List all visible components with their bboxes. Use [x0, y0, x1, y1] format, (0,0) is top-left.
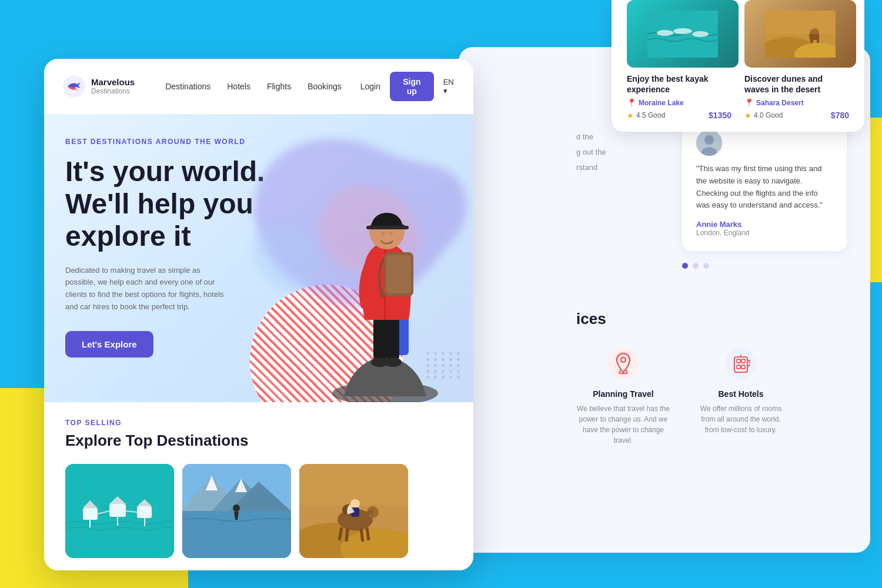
- top-dest-location-kayak: 📍 Moraine Lake: [627, 98, 731, 107]
- carousel-dot-1[interactable]: [682, 263, 688, 269]
- logo: Marvelous Destinations: [63, 75, 135, 98]
- svg-point-1: [704, 135, 714, 145]
- avatar: [696, 130, 722, 156]
- hero-description: Dedicated to making travel as simple as …: [65, 265, 230, 313]
- testimonial-card: "This was my first time using this and t…: [682, 116, 847, 251]
- price-sahara: $780: [831, 111, 849, 120]
- testimonial-name: Annie Marks: [696, 220, 833, 229]
- svg-rect-27: [386, 255, 411, 293]
- top-selling-title: Explore Top Destinations: [65, 432, 452, 450]
- svg-rect-37: [109, 504, 126, 517]
- map-pin-icon: [606, 346, 641, 381]
- rating-sahara: ★ 4.0 Good: [744, 111, 783, 120]
- top-dest-card-sahara: Discover dunes and waves in the desert 📍…: [741, 0, 853, 120]
- testimonial-text: "This was my first time using this and t…: [696, 163, 833, 212]
- navigation: Marvelous Destinations Destinations Hote…: [44, 59, 473, 114]
- services-grid: Planning Travel We believe that travel h…: [576, 346, 847, 446]
- top-dest-meta-sahara: ★ 4.0 Good $780: [744, 111, 849, 120]
- svg-point-5: [725, 348, 757, 379]
- top-dest-location-sahara: 📍 Sahara Desert: [744, 98, 849, 107]
- service-planning-name: Planning Travel: [576, 389, 670, 399]
- top-dest-title-kayak: Enjoy the best kayak experience: [627, 74, 731, 95]
- nav-hotels[interactable]: Hotels: [227, 82, 250, 91]
- location-pin-icon-2: 📍: [744, 98, 754, 107]
- signup-button[interactable]: Sign up: [390, 72, 434, 101]
- services-partial-title: ices: [576, 310, 847, 328]
- top-dest-meta-kayak: ★ 4.5 Good $1350: [627, 111, 731, 120]
- service-planning-desc: We believe that travel has the power to …: [576, 403, 670, 446]
- top-dest-card-kayak: Enjoy the best kayak experience 📍 Morain…: [623, 0, 735, 120]
- top-selling-tag: TOP SELLING: [65, 419, 452, 427]
- svg-rect-55: [299, 464, 408, 505]
- service-hotels-desc: We offer millions of rooms from all arou…: [694, 403, 788, 435]
- service-hotels-name: Best Hotels: [694, 389, 788, 399]
- partial-text-3: rstand: [576, 160, 606, 175]
- svg-rect-22: [373, 314, 386, 361]
- carousel-dot-3[interactable]: [703, 263, 709, 269]
- price-kayak: $1350: [709, 111, 731, 120]
- svg-point-3: [607, 348, 639, 379]
- svg-point-53: [233, 505, 240, 512]
- dest-card-1[interactable]: [65, 464, 174, 558]
- logo-name: Marvelous: [91, 78, 135, 88]
- star-icon-2: ★: [744, 111, 751, 120]
- destination-cards-row: [65, 464, 452, 558]
- svg-line-62: [346, 529, 348, 542]
- dest-card-3[interactable]: [299, 464, 408, 558]
- svg-rect-19: [765, 11, 836, 34]
- hero-section: BEST DESTINATIONS AROUND THE WORLD It's …: [44, 114, 473, 402]
- main-card: Marvelous Destinations Destinations Hote…: [44, 59, 473, 570]
- svg-rect-34: [83, 508, 98, 520]
- svg-rect-40: [137, 506, 152, 518]
- hotel-icon: [723, 346, 759, 381]
- top-selling-section: TOP SELLING Explore Top Destinations: [44, 402, 473, 570]
- partial-text-2: g out the: [576, 145, 606, 160]
- star-icon: ★: [627, 111, 634, 120]
- logo-subtitle: Destinations: [91, 87, 135, 95]
- lets-explore-button[interactable]: Let's Explore: [65, 331, 153, 358]
- svg-point-32: [389, 232, 393, 235]
- service-item-hotels: Best Hotels We offer millions of rooms f…: [694, 346, 788, 446]
- nav-destinations[interactable]: Destinations: [165, 82, 211, 91]
- login-link[interactable]: Login: [360, 82, 380, 91]
- top-dest-title-sahara: Discover dunes and waves in the desert: [744, 74, 849, 95]
- logo-text: Marvelous Destinations: [91, 78, 135, 96]
- top-dest-img-sahara: [744, 0, 856, 68]
- testimonial-location: London, England: [696, 229, 833, 237]
- svg-point-65: [350, 499, 360, 509]
- svg-point-31: [382, 232, 385, 235]
- top-destination-cards: Enjoy the best kayak experience 📍 Morain…: [612, 0, 864, 132]
- nav-actions: Login Sign up EN ▾: [360, 72, 455, 101]
- top-dest-img-kayak: [627, 0, 739, 68]
- language-selector[interactable]: EN ▾: [443, 78, 455, 95]
- logo-icon: [63, 75, 85, 98]
- dest-card-2[interactable]: [182, 464, 291, 558]
- svg-point-13: [657, 30, 673, 36]
- carousel-dot-2[interactable]: [693, 263, 699, 269]
- partial-text-1: d the: [576, 129, 606, 145]
- carousel-dots: [682, 263, 847, 269]
- svg-point-25: [384, 358, 402, 367]
- svg-line-64: [367, 527, 369, 540]
- svg-rect-23: [386, 314, 399, 361]
- location-pin-icon: 📍: [627, 98, 636, 107]
- svg-point-15: [692, 31, 709, 37]
- svg-point-14: [673, 28, 692, 34]
- service-item-planning: Planning Travel We believe that travel h…: [576, 346, 670, 446]
- svg-line-63: [361, 529, 363, 542]
- nav-links: Destinations Hotels Flights Bookings: [165, 82, 342, 91]
- rating-kayak: ★ 4.5 Good: [627, 111, 665, 120]
- nav-bookings[interactable]: Bookings: [308, 82, 342, 91]
- svg-rect-30: [366, 226, 409, 229]
- nav-flights[interactable]: Flights: [267, 82, 291, 91]
- person-illustration: [326, 149, 444, 402]
